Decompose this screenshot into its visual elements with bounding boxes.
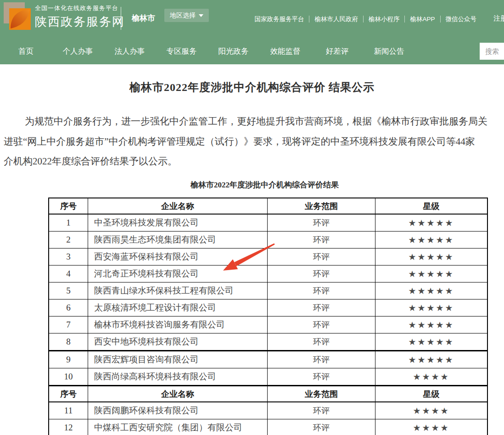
star-rating: ★★★★★	[375, 232, 488, 249]
column-header-3: 业务范围	[268, 198, 375, 214]
divider	[404, 16, 405, 23]
platform-tagline: 全国一体化在线政务服务平台	[35, 4, 125, 12]
header-link-2[interactable]: 榆林市人民政府	[314, 15, 358, 23]
current-city-label: 榆林市	[132, 13, 155, 23]
header-link-5[interactable]: 微信公众号	[446, 15, 477, 23]
row-number: 11	[49, 402, 88, 419]
nav-item-4[interactable]: 专区服务	[156, 38, 207, 64]
column-header-2: 企业名称	[88, 198, 268, 214]
row-number: 7	[49, 316, 88, 333]
header-links: 国家政务服务平台榆林市人民政府榆林小程序榆林APP微信公众号	[254, 0, 476, 38]
header-link-4[interactable]: 榆林APP	[410, 15, 435, 23]
register-link[interactable]: 注册	[493, 14, 504, 23]
table-row-11: 11陕西阔鹏环保科技有限公司环评★★★★	[49, 402, 487, 419]
table-row-4: 4河北奇正环境科技有限公司环评★★★★★	[49, 266, 487, 282]
business-scope: 环评	[268, 402, 375, 419]
results-table-body: 序号企业名称业务范围星级1中圣环境科技发展有限公司环评★★★★★2陕西雨昊生态环…	[49, 198, 487, 435]
row-number: 4	[49, 266, 88, 282]
divider	[121, 7, 121, 30]
table-row-8: 8西安中地环境科技有限公司环评★★★★★	[49, 333, 487, 351]
main-nav: 首页个人办事法人办事专区服务阳光政务效能监督好差评新闻公告	[0, 38, 415, 64]
star-rating: ★★★★	[375, 419, 488, 435]
column-header-2: 企业名称	[88, 386, 268, 402]
star-rating: ★★★★	[375, 368, 488, 386]
row-number: 9	[49, 351, 88, 368]
business-scope: 环评	[268, 299, 375, 316]
table-row-3: 3西安海蓝环保科技有限公司环评★★★★★	[49, 249, 487, 266]
header-link-3[interactable]: 榆林小程序	[369, 15, 400, 23]
company-name: 太原核清环境工程设计有限公司	[88, 299, 268, 316]
nav-item-6[interactable]: 效能监督	[259, 38, 311, 64]
row-number: 10	[49, 368, 88, 386]
table-row-2: 2陕西雨昊生态环境集团有限公司环评★★★★★	[49, 232, 487, 249]
business-scope: 环评	[268, 368, 375, 386]
search-input[interactable]	[480, 43, 504, 60]
site-logo-icon	[4, 2, 31, 30]
header-link-1[interactable]: 国家政务服务平台	[254, 15, 304, 23]
business-scope: 环评	[268, 266, 375, 282]
row-number: 2	[49, 232, 88, 249]
table-row-10: 10陕西尚绿高科环境科技有限公司环评★★★★	[49, 368, 487, 386]
star-rating: ★★★★★	[375, 249, 488, 266]
results-table: 序号企业名称业务范围星级1中圣环境科技发展有限公司环评★★★★★2陕西雨昊生态环…	[48, 198, 488, 435]
nav-item-2[interactable]: 个人办事	[52, 38, 104, 64]
star-rating: ★★★★★	[375, 214, 488, 232]
company-name: 西安海蓝环保科技有限公司	[88, 249, 268, 266]
column-header-3: 业务范围	[268, 386, 375, 402]
business-scope: 环评	[268, 316, 375, 333]
paragraph-line-3: 介机构2022年度综合评价结果予以公示。	[4, 152, 504, 172]
row-number: 8	[49, 333, 88, 351]
star-rating: ★★★★★	[375, 351, 488, 368]
star-rating: ★★★★	[375, 402, 488, 419]
column-header-1: 序号	[49, 386, 88, 402]
notice-paragraph: 为规范中介服务行为，进一步强化中介监管工作，更好地提升我市营商环境，根据《榆林市…	[4, 112, 504, 172]
company-name: 陕西宏辉项目咨询有限公司	[88, 351, 268, 368]
main-navbar: 首页个人办事法人办事专区服务阳光政务效能监督好差评新闻公告	[0, 38, 504, 64]
table-row-7: 7榆林市环境科技咨询服务有限公司环评★★★★★	[49, 316, 487, 333]
company-name: 陕西雨昊生态环境集团有限公司	[88, 232, 268, 249]
chevron-down-icon	[199, 14, 203, 17]
row-number: 6	[49, 299, 88, 316]
star-rating: ★★★★★	[375, 266, 488, 282]
business-scope: 环评	[268, 333, 375, 351]
site-name: 陕西政务服务网	[35, 14, 125, 30]
company-name: 榆林市环境科技咨询服务有限公司	[88, 316, 268, 333]
star-rating: ★★★★★	[375, 299, 488, 316]
column-header-4: 星级	[375, 386, 488, 402]
region-select-button[interactable]: 地区选择	[164, 9, 209, 22]
row-number: 1	[49, 214, 88, 232]
region-select-label: 地区选择	[170, 11, 196, 20]
paragraph-line-2: 进驻“网上中介服务超市”中介机构考评管理规定（试行）》要求，现将评定的中圣环境科…	[4, 132, 504, 152]
nav-item-1[interactable]: 首页	[0, 38, 52, 64]
divider	[363, 16, 364, 23]
column-header-1: 序号	[49, 198, 88, 214]
star-rating: ★★★★★	[375, 282, 488, 299]
table-header-row: 序号企业名称业务范围星级	[49, 386, 487, 402]
company-name: 中煤科工西安研究院（集团）有限公司	[88, 419, 268, 435]
table-caption: 榆林市2022年度涉批中介机构综合评价结果	[48, 180, 481, 190]
table-header-row: 序号企业名称业务范围星级	[49, 198, 487, 214]
row-number: 3	[49, 249, 88, 266]
star-rating: ★★★★★	[375, 333, 488, 351]
page-title: 榆林市2022年度涉批中介机构综合评价 结果公示	[0, 80, 504, 95]
paragraph-line-1: 为规范中介服务行为，进一步强化中介监管工作，更好地提升我市营商环境，根据《榆林市…	[4, 112, 504, 132]
divider	[309, 16, 309, 23]
nav-item-8[interactable]: 新闻公告	[363, 38, 415, 64]
nav-item-3[interactable]: 法人办事	[104, 38, 156, 64]
row-number: 5	[49, 282, 88, 299]
table-row-1: 1中圣环境科技发展有限公司环评★★★★★	[49, 214, 487, 232]
table-row-9: 9陕西宏辉项目咨询有限公司环评★★★★★	[49, 351, 487, 368]
table-row-12: 12中煤科工西安研究院（集团）有限公司环评★★★★	[49, 419, 487, 435]
nav-item-7[interactable]: 好差评	[311, 38, 363, 64]
business-scope: 环评	[268, 351, 375, 368]
company-name: 中圣环境科技发展有限公司	[88, 214, 268, 232]
table-row-6: 6太原核清环境工程设计有限公司环评★★★★★	[49, 299, 487, 316]
divider	[440, 16, 441, 23]
column-header-4: 星级	[375, 198, 488, 214]
star-rating: ★★★★★	[375, 316, 488, 333]
business-scope: 环评	[268, 282, 375, 299]
company-name: 陕西尚绿高科环境科技有限公司	[88, 368, 268, 386]
nav-item-5[interactable]: 阳光政务	[207, 38, 259, 64]
business-scope: 环评	[268, 249, 375, 266]
brand-block: 全国一体化在线政务服务平台 陕西政务服务网	[35, 4, 125, 30]
